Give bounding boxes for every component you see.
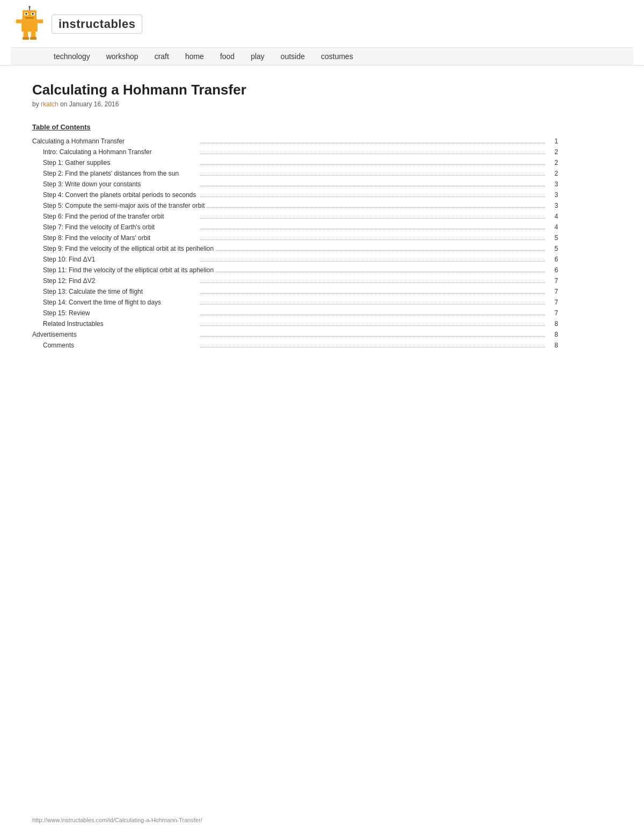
toc-dots — [216, 250, 545, 251]
toc-row: Calculating a Hohmann Transfer1 — [32, 137, 558, 145]
main-nav: technology workshop craft home food play… — [11, 47, 633, 65]
toc-dots — [201, 186, 545, 186]
logo-area: instructables — [11, 5, 142, 43]
toc-dots — [201, 143, 545, 143]
toc-page: 2 — [547, 170, 558, 177]
toc-page: 7 — [547, 299, 558, 306]
toc-row: Advertisements8 — [32, 331, 558, 338]
main-content: Calculating a Hohmann Transfer by rkatch… — [0, 66, 590, 374]
toc-header: Table of Contents — [32, 123, 558, 131]
toc-row: Step 12: Find ΔV27 — [32, 277, 558, 285]
toc-label: Step 13: Calculate the time of flight — [32, 288, 199, 295]
toc-row: Step 4: Convert the planets orbital peri… — [32, 191, 558, 199]
toc-dots — [201, 282, 545, 283]
nav-craft[interactable]: craft — [155, 52, 169, 61]
toc-label: Intro: Calculating a Hohmann Transfer — [32, 148, 199, 156]
toc-label: Step 10: Find ΔV1 — [32, 256, 199, 263]
toc-label: Advertisements — [32, 331, 199, 338]
toc-page: 2 — [547, 159, 558, 166]
toc-page: 7 — [547, 277, 558, 285]
toc-dots — [201, 347, 545, 347]
toc-page: 6 — [547, 256, 558, 263]
toc-row: Comments8 — [32, 342, 558, 349]
toc-label: Step 5: Compute the semi-major axis of t… — [32, 202, 204, 209]
toc-label: Step 14: Convert the time of flight to d… — [32, 299, 199, 306]
author-date: on January 16, 2016 — [58, 100, 119, 108]
svg-rect-13 — [23, 37, 29, 40]
toc-label: Step 3: Write down your constants — [32, 180, 199, 188]
toc-page: 1 — [547, 137, 558, 145]
toc-row: Step 5: Compute the semi-major axis of t… — [32, 202, 558, 209]
toc-page: 8 — [547, 331, 558, 338]
site-header: instructables technology workshop craft … — [0, 0, 644, 66]
toc-dots — [201, 315, 545, 315]
toc-label: Related Instructables — [32, 320, 199, 328]
nav-outside[interactable]: outside — [281, 52, 305, 61]
page-title: Calculating a Hohmann Transfer — [32, 82, 558, 98]
toc-label: Step 12: Find ΔV2 — [32, 277, 199, 285]
toc-label: Comments — [32, 342, 199, 349]
toc-dots — [201, 261, 545, 262]
toc-label: Step 15: Review — [32, 309, 199, 317]
toc-label: Step 7: Find the velocity of Earth's orb… — [32, 223, 199, 231]
nav-workshop[interactable]: workshop — [106, 52, 138, 61]
author-link[interactable]: rkatch — [41, 100, 58, 108]
toc-page: 4 — [547, 223, 558, 231]
author-prefix: by — [32, 100, 41, 108]
toc-row: Step 7: Find the velocity of Earth's orb… — [32, 223, 558, 231]
toc-page: 8 — [547, 320, 558, 328]
toc-dots — [201, 304, 545, 304]
toc-label: Step 9: Find the velocity of the ellipti… — [32, 245, 214, 252]
toc-page: 7 — [547, 288, 558, 295]
toc-page: 2 — [547, 148, 558, 156]
toc-row: Step 6: Find the period of the transfer … — [32, 213, 558, 220]
svg-point-4 — [25, 13, 27, 15]
svg-rect-14 — [30, 37, 36, 40]
toc-label: Step 8: Find the velocity of Mars' orbit — [32, 234, 199, 242]
toc-dots — [201, 229, 545, 229]
toc-row: Intro: Calculating a Hohmann Transfer2 — [32, 148, 558, 156]
toc-row: Step 14: Convert the time of flight to d… — [32, 299, 558, 306]
nav-technology[interactable]: technology — [54, 52, 90, 61]
nav-home[interactable]: home — [185, 52, 204, 61]
toc-page: 8 — [547, 342, 558, 349]
svg-rect-9 — [16, 19, 22, 23]
toc-list: Calculating a Hohmann Transfer1Intro: Ca… — [32, 137, 558, 349]
toc-row: Step 15: Review7 — [32, 309, 558, 317]
toc-label: Step 11: Find the velocity of the ellipt… — [32, 266, 214, 274]
toc-row: Step 11: Find the velocity of the ellipt… — [32, 266, 558, 274]
footer-url: http://www.instructables.com/id/Calculat… — [32, 817, 202, 823]
toc-label: Step 2: Find the planets' distances from… — [32, 170, 199, 177]
toc-page: 7 — [547, 309, 558, 317]
author-line: by rkatch on January 16, 2016 — [32, 100, 558, 108]
toc-dots — [201, 325, 545, 326]
toc-dots — [207, 207, 545, 208]
nav-food[interactable]: food — [220, 52, 235, 61]
nav-play[interactable]: play — [251, 52, 265, 61]
toc-row: Step 2: Find the planets' distances from… — [32, 170, 558, 177]
toc-row: Step 13: Calculate the time of flight7 — [32, 288, 558, 295]
toc-page: 3 — [547, 202, 558, 209]
toc-dots — [201, 164, 545, 165]
toc-row: Step 8: Find the velocity of Mars' orbit… — [32, 234, 558, 242]
toc-page: 6 — [547, 266, 558, 274]
toc-dots — [201, 197, 545, 197]
site-logo-text[interactable]: instructables — [52, 14, 142, 34]
toc-page: 3 — [547, 191, 558, 199]
robot-logo-icon — [11, 5, 48, 43]
svg-rect-10 — [38, 19, 43, 23]
toc-dots — [201, 240, 545, 240]
toc-dots — [201, 218, 545, 219]
toc-row: Related Instructables8 — [32, 320, 558, 328]
toc-row: Step 9: Find the velocity of the ellipti… — [32, 245, 558, 252]
toc-page: 5 — [547, 245, 558, 252]
toc-dots — [216, 272, 545, 272]
svg-rect-1 — [23, 10, 36, 20]
toc-label: Calculating a Hohmann Transfer — [32, 137, 199, 145]
toc-row: Step 1: Gather supplies2 — [32, 159, 558, 166]
toc-label: Step 4: Convert the planets orbital peri… — [32, 191, 199, 199]
toc-dots — [201, 154, 545, 154]
nav-costumes[interactable]: costumes — [321, 52, 353, 61]
toc-page: 5 — [547, 234, 558, 242]
toc-row: Step 3: Write down your constants3 — [32, 180, 558, 188]
